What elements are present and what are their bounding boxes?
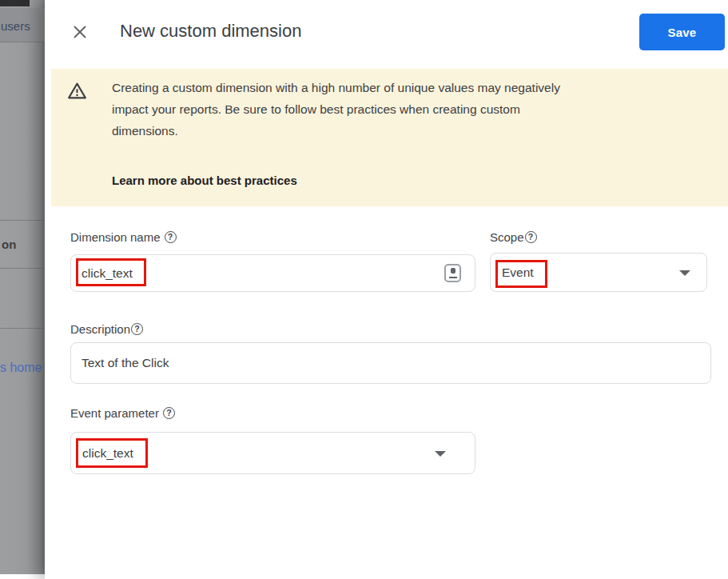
background-home-link: s home (0, 361, 42, 375)
warning-message-line: dimensions. (112, 120, 671, 142)
learn-more-link[interactable]: Learn more about best practices (112, 174, 297, 187)
input-method-icon[interactable] (444, 264, 461, 282)
page-title: New custom dimension (120, 21, 301, 42)
background-tab-users-label: users (1, 19, 30, 33)
help-icon[interactable]: ? (131, 323, 143, 335)
background-divider (0, 268, 45, 269)
chevron-down-icon (435, 451, 446, 457)
background-tab-users: users (0, 8, 45, 42)
annotation-box-event-parameter (76, 438, 148, 468)
annotation-box-dimension-name (76, 258, 146, 286)
close-icon (72, 24, 88, 40)
description-label: Description ? (70, 322, 143, 336)
help-icon[interactable]: ? (525, 231, 537, 243)
background-partial-text: on (2, 238, 16, 251)
warning-banner: Creating a custom dimension with a high … (51, 69, 728, 206)
warning-message-line: Creating a custom dimension with a high … (112, 77, 671, 98)
dimmed-background-page: users on s home (0, 0, 45, 574)
browser-corner-bar (0, 0, 30, 6)
warning-message: Creating a custom dimension with a high … (112, 77, 671, 142)
background-divider (0, 328, 45, 329)
annotation-box-scope (495, 260, 547, 288)
close-button[interactable] (70, 22, 90, 42)
dimension-name-label: Dimension name ? (70, 230, 177, 244)
save-button[interactable]: Save (639, 14, 725, 50)
background-divider (0, 42, 45, 42)
help-icon[interactable]: ? (165, 231, 177, 243)
new-custom-dimension-dialog: New custom dimension Save Creating a cus… (45, 0, 728, 579)
chevron-down-icon (679, 270, 690, 276)
background-divider (0, 220, 45, 221)
event-parameter-label: Event parameter ? (70, 406, 175, 420)
screen: users on s home New custom dimension Sav… (0, 0, 728, 579)
warning-message-line: impact your reports. Be sure to follow b… (112, 98, 671, 120)
description-input[interactable] (70, 342, 711, 384)
warning-triangle-icon (67, 81, 87, 101)
scope-label: Scope ? (490, 230, 537, 244)
help-icon[interactable]: ? (163, 407, 175, 419)
